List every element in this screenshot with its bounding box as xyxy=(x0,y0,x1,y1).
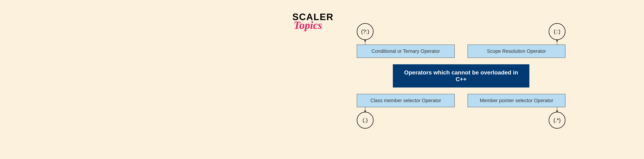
scope-operator-box: Scope Resolution Operator xyxy=(468,44,566,58)
ternary-operator-box: Conditional or Ternary Operator xyxy=(357,44,455,58)
top-boxes-row: Conditional or Ternary Operator Scope Re… xyxy=(357,44,566,58)
center-row: Operators which cannot be overloaded in … xyxy=(357,64,566,88)
bottom-symbols-row: (.) (.*) xyxy=(357,107,566,128)
arrow-up-icon xyxy=(365,40,365,44)
ternary-symbol-circle: (?:) xyxy=(357,23,374,40)
top-symbols-row: (?:) (::) xyxy=(357,23,566,44)
member-pointer-operator-box: Member pointer selector Operator xyxy=(468,94,566,107)
diagram-title-box: Operators which cannot be overloaded in … xyxy=(393,64,529,88)
class-member-operator-box: Class member selector Operator xyxy=(357,94,455,107)
arrow-down-icon xyxy=(557,107,557,112)
operators-diagram: (?:) (::) Conditional or Ternary Operato… xyxy=(357,23,566,128)
bottom-boxes-row: Class member selector Operator Member po… xyxy=(357,94,566,107)
arrow-down-icon xyxy=(365,107,365,112)
dot-symbol-circle: (.) xyxy=(357,112,374,128)
scaler-topics-logo: SCALER Topics xyxy=(292,12,334,32)
scope-symbol-circle: (::) xyxy=(549,23,566,40)
dotstar-symbol-circle: (.*) xyxy=(549,112,566,128)
arrow-up-icon xyxy=(557,40,557,44)
